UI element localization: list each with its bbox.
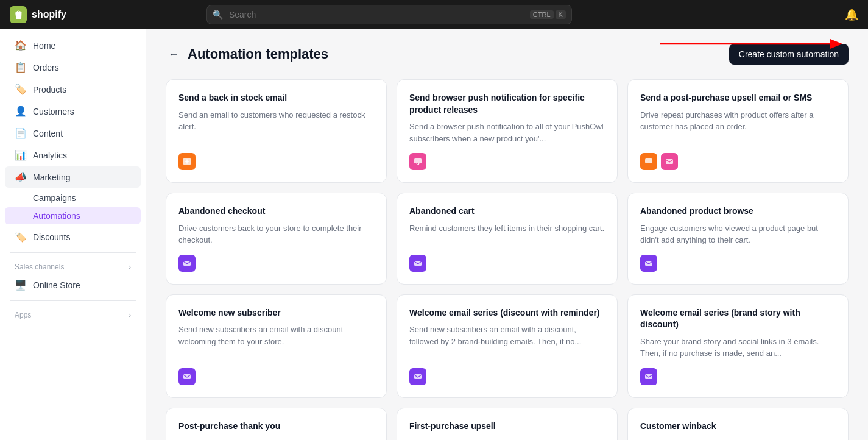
svg-rect-9 [645, 261, 652, 266]
card-back-in-stock-icons [178, 153, 374, 170]
welcome-brand-email-icon [640, 368, 657, 385]
card-post-purchase-upsell-desc: Drive repeat purchases with product offe… [640, 109, 836, 145]
card-abandoned-browse-desc: Engage customers who viewed a product pa… [640, 222, 836, 246]
bell-icon[interactable]: 🔔 [845, 8, 858, 21]
main-content: ← Automation templates Create custom aut… [146, 29, 868, 440]
sidebar-item-products[interactable]: 🏷️ Products [5, 79, 141, 100]
card-post-purchase-thankyou-title: Post-purchase thank you [178, 420, 374, 433]
card-welcome-subscriber-title: Welcome new subscriber [178, 307, 374, 319]
sidebar-item-content[interactable]: 📄 Content [5, 122, 141, 144]
back-in-stock-icon [178, 153, 196, 170]
card-post-purchase-thankyou[interactable]: Post-purchase thank you Send distinct th… [166, 408, 387, 440]
card-abandoned-checkout-desc: Drive customers back to your store to co… [178, 222, 374, 246]
search-shortcut: CTRL K [530, 10, 566, 19]
sidebar-item-home[interactable]: 🏠 Home [5, 35, 141, 56]
apps-label: Apps [15, 311, 31, 319]
card-welcome-brand-title: Welcome email series (brand story with d… [640, 307, 836, 331]
card-abandoned-cart-desc: Remind customers they left items in thei… [409, 222, 605, 246]
sidebar-item-online-store-label: Online Store [33, 280, 80, 290]
sidebar-divider-2 [10, 300, 136, 301]
online-store-icon: 🖥️ [15, 279, 27, 291]
marketing-submenu: Campaigns Automations [0, 188, 146, 225]
sidebar-item-automations[interactable]: Automations [5, 207, 141, 224]
card-welcome-discount[interactable]: Welcome email series (discount with remi… [397, 294, 618, 398]
welcome-subscriber-email-icon [178, 368, 196, 385]
sidebar-item-marketing-label: Marketing [33, 172, 70, 182]
sidebar-item-orders[interactable]: 📋 Orders [5, 57, 141, 78]
card-welcome-brand-desc: Share your brand story and social links … [640, 336, 836, 360]
apps-chevron: › [129, 311, 131, 319]
card-welcome-subscriber-desc: Send new subscribers an email with a dis… [178, 324, 374, 360]
analytics-icon: 📊 [15, 149, 27, 161]
sidebar-item-content-label: Content [33, 129, 63, 138]
sidebar-item-discounts[interactable]: 🏷️ Discounts [5, 226, 141, 247]
sidebar-item-online-store[interactable]: 🖥️ Online Store [5, 274, 141, 296]
welcome-discount-email-icon [409, 368, 426, 385]
card-welcome-discount-desc: Send new subscribers an email with a dis… [409, 324, 605, 360]
card-welcome-discount-icons [409, 368, 605, 385]
card-welcome-brand[interactable]: Welcome email series (brand story with d… [627, 294, 849, 398]
card-back-in-stock-desc: Send an email to customers who requested… [178, 109, 374, 145]
card-welcome-subscriber[interactable]: Welcome new subscriber Send new subscrib… [166, 294, 387, 398]
sidebar-item-analytics[interactable]: 📊 Analytics [5, 144, 141, 166]
create-custom-automation-button[interactable]: Create custom automation [729, 44, 849, 65]
sidebar-item-marketing[interactable]: 📣 Marketing [5, 166, 141, 188]
svg-rect-10 [183, 374, 191, 379]
search-input[interactable] [206, 5, 572, 24]
sales-channels-chevron: › [129, 263, 131, 271]
card-abandoned-cart[interactable]: Abandoned cart Remind customers they lef… [397, 193, 618, 285]
card-back-in-stock-title: Send a back in stock email [178, 92, 374, 104]
card-post-purchase-upsell[interactable]: Send a post-purchase upsell email or SMS… [627, 79, 849, 183]
main-layout: 🏠 Home 📋 Orders 🏷️ Products 👤 Customers … [0, 29, 868, 440]
page-title: Automation templates [188, 46, 328, 62]
abandoned-checkout-email-icon [178, 255, 196, 272]
sidebar-item-home-label: Home [33, 41, 55, 51]
card-back-in-stock[interactable]: Send a back in stock email Send an email… [166, 79, 387, 183]
card-abandoned-cart-icons [409, 255, 605, 272]
card-browser-push-icons [409, 153, 605, 170]
marketing-icon: 📣 [15, 171, 27, 183]
card-abandoned-checkout-icons [178, 255, 374, 272]
upsell-sms-icon [640, 153, 657, 170]
back-button[interactable]: ← [166, 46, 182, 63]
sidebar-divider-1 [10, 252, 136, 253]
content-icon: 📄 [15, 127, 27, 139]
card-abandoned-browse[interactable]: Abandoned product browse Engage customer… [627, 193, 849, 285]
topnav-right: 🔔 [845, 8, 858, 21]
card-abandoned-cart-title: Abandoned cart [409, 205, 605, 218]
card-customer-winback[interactable]: Customer winback Reconnect with previous… [627, 408, 849, 440]
abandoned-browse-email-icon [640, 255, 657, 272]
card-browser-push[interactable]: Send browser push notification for speci… [397, 79, 618, 183]
svg-rect-8 [414, 261, 422, 266]
sidebar-item-customers-label: Customers [33, 107, 74, 116]
card-abandoned-checkout-title: Abandoned checkout [178, 205, 374, 218]
sidebar-item-analytics-label: Analytics [33, 151, 67, 160]
card-customer-winback-title: Customer winback [640, 420, 836, 433]
sidebar-item-automations-label: Automations [33, 211, 80, 221]
products-icon: 🏷️ [15, 83, 27, 95]
sidebar-item-campaigns[interactable]: Campaigns [5, 190, 141, 207]
card-abandoned-checkout[interactable]: Abandoned checkout Drive customers back … [166, 193, 387, 285]
automation-templates-grid: Send a back in stock email Send an email… [166, 79, 849, 440]
home-icon: 🏠 [15, 40, 27, 51]
apps-section: Apps › [0, 306, 146, 322]
sidebar-item-discounts-label: Discounts [33, 232, 70, 242]
sales-channels-label: Sales channels [15, 263, 64, 271]
card-first-purchase-upsell[interactable]: First-purchase upsell Drive repeat purch… [397, 408, 618, 440]
sidebar-item-campaigns-label: Campaigns [33, 193, 76, 203]
svg-rect-7 [183, 261, 191, 266]
card-welcome-brand-icons [640, 368, 836, 385]
top-navigation: shopify 🔍 CTRL K 🔔 [0, 0, 868, 29]
svg-rect-6 [666, 159, 673, 164]
sales-channels-section: Sales channels › [0, 258, 146, 274]
page-header: ← Automation templates Create custom aut… [166, 44, 849, 65]
search-bar[interactable]: 🔍 CTRL K [206, 5, 572, 24]
orders-icon: 📋 [15, 62, 27, 73]
sidebar-item-customers[interactable]: 👤 Customers [5, 101, 141, 122]
discounts-icon: 🏷️ [15, 231, 27, 243]
page-title-wrap: ← Automation templates [166, 46, 328, 63]
sidebar: 🏠 Home 📋 Orders 🏷️ Products 👤 Customers … [0, 29, 146, 440]
svg-rect-11 [414, 374, 422, 379]
card-welcome-discount-title: Welcome email series (discount with remi… [409, 307, 605, 319]
card-post-purchase-upsell-icons [640, 153, 836, 170]
